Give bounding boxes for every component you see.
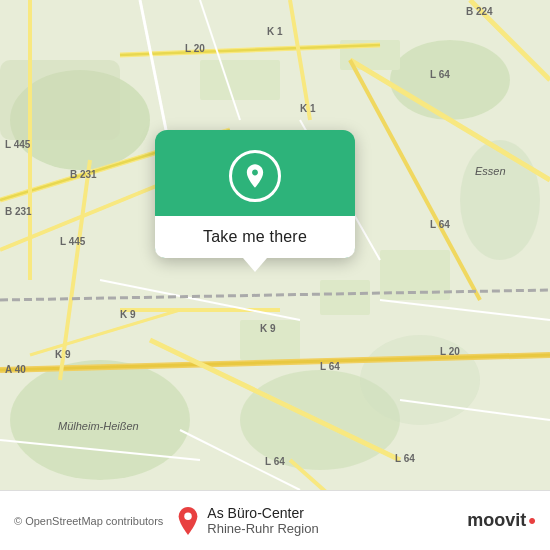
take-me-there-button[interactable]: Take me there xyxy=(155,216,355,258)
moovit-pin-icon xyxy=(177,507,199,535)
svg-text:L 20: L 20 xyxy=(185,43,205,54)
svg-text:K 9: K 9 xyxy=(120,309,136,320)
svg-text:L 445: L 445 xyxy=(60,236,86,247)
bottom-bar: © OpenStreetMap contributors As Büro-Cen… xyxy=(0,490,550,550)
svg-text:L 64: L 64 xyxy=(430,69,450,80)
location-popup: Take me there xyxy=(155,130,355,258)
svg-text:B 231: B 231 xyxy=(70,169,97,180)
svg-rect-4 xyxy=(0,60,120,140)
location-pin-icon xyxy=(229,150,281,202)
svg-rect-12 xyxy=(320,280,370,315)
map-view: L 445 B 231 B 231 L 445 A 40 K 9 K 9 L 2… xyxy=(0,0,550,490)
svg-text:K 9: K 9 xyxy=(55,349,71,360)
svg-rect-8 xyxy=(200,60,280,100)
svg-text:K 9: K 9 xyxy=(260,323,276,334)
svg-text:A 40: A 40 xyxy=(5,364,26,375)
location-details: As Büro-Center Rhine-Ruhr Region xyxy=(207,505,318,536)
location-name: As Büro-Center xyxy=(207,505,318,521)
popup-tail xyxy=(243,258,267,272)
svg-text:Mülheim-Heißen: Mülheim-Heißen xyxy=(58,420,139,432)
svg-text:B 224: B 224 xyxy=(466,6,493,17)
svg-text:B 231: B 231 xyxy=(5,206,32,217)
moovit-brand: moovit • xyxy=(467,508,536,534)
svg-text:L 20: L 20 xyxy=(440,346,460,357)
moovit-wordmark: moovit xyxy=(467,510,526,531)
svg-text:L 445: L 445 xyxy=(5,139,31,150)
svg-text:K 1: K 1 xyxy=(300,103,316,114)
svg-point-7 xyxy=(360,335,480,425)
svg-point-3 xyxy=(460,140,540,260)
moovit-dot: • xyxy=(528,508,536,534)
svg-text:L 64: L 64 xyxy=(430,219,450,230)
svg-text:L 64: L 64 xyxy=(265,456,285,467)
svg-text:L 64: L 64 xyxy=(395,453,415,464)
location-region: Rhine-Ruhr Region xyxy=(207,521,318,536)
svg-text:Essen: Essen xyxy=(475,165,506,177)
location-info: As Büro-Center Rhine-Ruhr Region xyxy=(177,505,318,536)
svg-text:K 1: K 1 xyxy=(267,26,283,37)
svg-point-2 xyxy=(390,40,510,120)
svg-text:L 64: L 64 xyxy=(320,361,340,372)
attribution-text: © OpenStreetMap contributors xyxy=(14,515,163,527)
svg-point-61 xyxy=(185,512,192,519)
pin-svg xyxy=(241,162,269,190)
